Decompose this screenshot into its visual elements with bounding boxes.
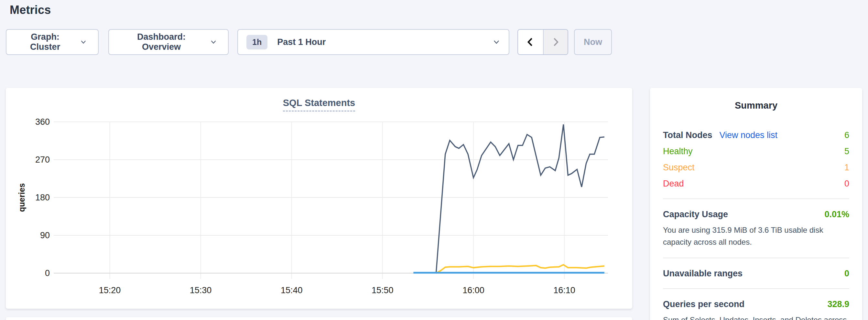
- summary-title: Summary: [663, 100, 849, 111]
- time-window-label: Past 1 Hour: [277, 37, 326, 47]
- dashboard-dropdown[interactable]: Dashboard: Overview: [108, 29, 229, 55]
- prev-time-button[interactable]: [518, 30, 543, 54]
- chevron-right-icon: [551, 36, 560, 47]
- unavailable-ranges-section: Unavailable ranges 0: [663, 268, 849, 279]
- now-button[interactable]: Now: [574, 29, 612, 55]
- divider: [663, 288, 849, 289]
- divider: [663, 198, 849, 199]
- chevron-down-icon: [210, 38, 217, 46]
- controls-row: Graph: Cluster Dashboard: Overview 1h Pa…: [6, 29, 612, 55]
- next-chart-card: [6, 317, 632, 320]
- healthy-value: 5: [844, 147, 849, 156]
- suspect-nodes-row: Suspect 1: [663, 163, 849, 172]
- svg-text:16:00: 16:00: [462, 285, 485, 295]
- svg-text:360: 360: [35, 117, 50, 127]
- qps-section: Queries per second 328.9 Sum of Selects,…: [663, 299, 849, 320]
- sql-statements-chart[interactable]: 15:2015:3015:4015:5016:0016:100901802703…: [6, 98, 632, 309]
- total-nodes-label: Total Nodes: [663, 130, 712, 140]
- next-time-button[interactable]: [543, 30, 568, 54]
- page-title: Metrics: [10, 3, 868, 17]
- chevron-down-icon: [493, 38, 500, 46]
- healthy-nodes-row: Healthy 5: [663, 147, 849, 156]
- svg-text:15:20: 15:20: [99, 285, 121, 295]
- svg-text:queries: queries: [17, 183, 26, 212]
- node-status-block: Total Nodes View nodes list 6 Healthy 5 …: [663, 130, 849, 189]
- svg-text:270: 270: [35, 155, 50, 164]
- divider: [663, 258, 849, 258]
- unavailable-ranges-label: Unavailable ranges: [663, 268, 743, 279]
- svg-text:16:10: 16:10: [553, 285, 575, 295]
- view-nodes-list-link[interactable]: View nodes list: [719, 130, 778, 140]
- unavailable-ranges-value: 0: [844, 268, 849, 279]
- dead-value: 0: [844, 179, 849, 189]
- svg-text:90: 90: [40, 230, 50, 240]
- capacity-section: Capacity Usage 0.01% You are using 315.9…: [663, 210, 849, 248]
- chevron-down-icon: [80, 38, 87, 46]
- dead-nodes-row: Dead 0: [663, 179, 849, 189]
- svg-text:180: 180: [35, 193, 50, 202]
- graph-dropdown[interactable]: Graph: Cluster: [6, 29, 99, 55]
- svg-text:15:30: 15:30: [190, 285, 212, 295]
- svg-text:15:50: 15:50: [372, 285, 394, 295]
- summary-panel: Summary Total Nodes View nodes list 6 He…: [650, 88, 862, 320]
- capacity-value: 0.01%: [824, 210, 849, 220]
- suspect-value: 1: [844, 163, 849, 172]
- dashboard-dropdown-label: Dashboard: Overview: [120, 32, 203, 52]
- time-step-control: [518, 29, 568, 55]
- time-window-selector[interactable]: 1h Past 1 Hour: [237, 29, 509, 55]
- time-window-badge: 1h: [246, 35, 268, 50]
- sql-statements-chart-card: SQL Statements 15:2015:3015:4015:5016:00…: [6, 88, 632, 309]
- svg-text:0: 0: [45, 268, 50, 278]
- svg-text:15:40: 15:40: [281, 285, 303, 295]
- suspect-label: Suspect: [663, 163, 695, 172]
- qps-value: 328.9: [827, 299, 849, 309]
- qps-description: Sum of Selects, Updates, Inserts, and De…: [663, 314, 849, 320]
- dead-label: Dead: [663, 179, 684, 189]
- qps-label: Queries per second: [663, 299, 744, 309]
- capacity-label: Capacity Usage: [663, 210, 728, 220]
- healthy-label: Healthy: [663, 147, 693, 156]
- capacity-description: You are using 315.9 MiB of 3.6 TiB usabl…: [663, 224, 849, 248]
- chevron-left-icon: [526, 36, 535, 47]
- graph-dropdown-label: Graph: Cluster: [18, 32, 73, 52]
- total-nodes-row: Total Nodes View nodes list 6: [663, 130, 849, 140]
- total-nodes-value: 6: [844, 130, 849, 140]
